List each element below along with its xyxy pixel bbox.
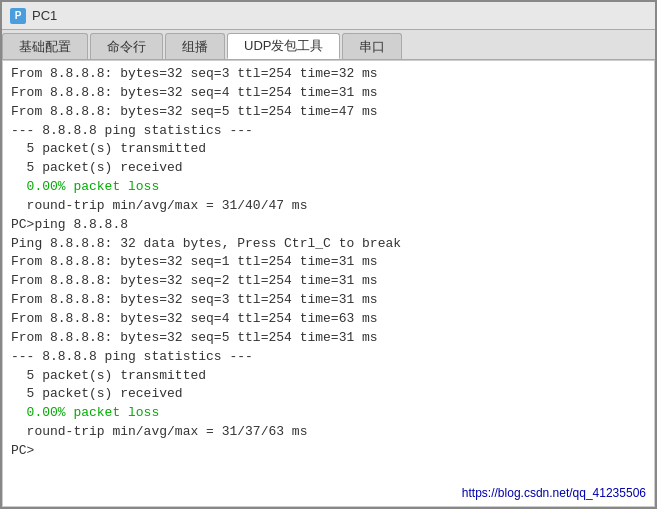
title-bar: P PC1: [2, 2, 655, 30]
tab-basic[interactable]: 基础配置: [2, 33, 88, 59]
tab-udp[interactable]: UDP发包工具: [227, 33, 340, 59]
terminal-line: round-trip min/avg/max = 31/40/47 ms: [11, 197, 646, 216]
terminal-line: PC>: [11, 442, 646, 461]
terminal-line: From 8.8.8.8: bytes=32 seq=5 ttl=254 tim…: [11, 103, 646, 122]
terminal-line: --- 8.8.8.8 ping statistics ---: [11, 348, 646, 367]
terminal-line: 0.00% packet loss: [11, 404, 646, 423]
terminal-line: 5 packet(s) transmitted: [11, 367, 646, 386]
terminal-line: From 8.8.8.8: bytes=32 seq=4 ttl=254 tim…: [11, 84, 646, 103]
terminal-line: From 8.8.8.8: bytes=32 seq=2 ttl=254 tim…: [11, 272, 646, 291]
terminal-line: --- 8.8.8.8 ping statistics ---: [11, 122, 646, 141]
tab-serial[interactable]: 串口: [342, 33, 402, 59]
terminal-line: From 8.8.8.8: bytes=32 seq=1 ttl=254 tim…: [11, 253, 646, 272]
terminal-line: Ping 8.8.8.8: 32 data bytes, Press Ctrl_…: [11, 235, 646, 254]
terminal-line: round-trip min/avg/max = 31/37/63 ms: [11, 423, 646, 442]
window-title: PC1: [32, 8, 57, 23]
terminal-line: From 8.8.8.8: bytes=32 seq=5 ttl=254 tim…: [11, 329, 646, 348]
terminal-line: From 8.8.8.8: bytes=32 seq=3 ttl=254 tim…: [11, 291, 646, 310]
terminal-line: 0.00% packet loss: [11, 178, 646, 197]
window-icon: P: [10, 8, 26, 24]
terminal-line: PC>ping 8.8.8.8: [11, 216, 646, 235]
terminal-line: 5 packet(s) received: [11, 159, 646, 178]
main-window: P PC1 基础配置 命令行 组播 UDP发包工具 串口 From 8.8.8.…: [0, 0, 657, 509]
terminal-line: 5 packet(s) received: [11, 385, 646, 404]
watermark: https://blog.csdn.net/qq_41235506: [462, 486, 646, 500]
tab-multicast[interactable]: 组播: [165, 33, 225, 59]
tab-cmd[interactable]: 命令行: [90, 33, 163, 59]
terminal-line: From 8.8.8.8: bytes=32 seq=4 ttl=254 tim…: [11, 310, 646, 329]
terminal-output[interactable]: From 8.8.8.8: bytes=32 seq=3 ttl=254 tim…: [2, 60, 655, 507]
terminal-line: From 8.8.8.8: bytes=32 seq=3 ttl=254 tim…: [11, 65, 646, 84]
terminal-line: 5 packet(s) transmitted: [11, 140, 646, 159]
tab-bar: 基础配置 命令行 组播 UDP发包工具 串口: [2, 30, 655, 60]
